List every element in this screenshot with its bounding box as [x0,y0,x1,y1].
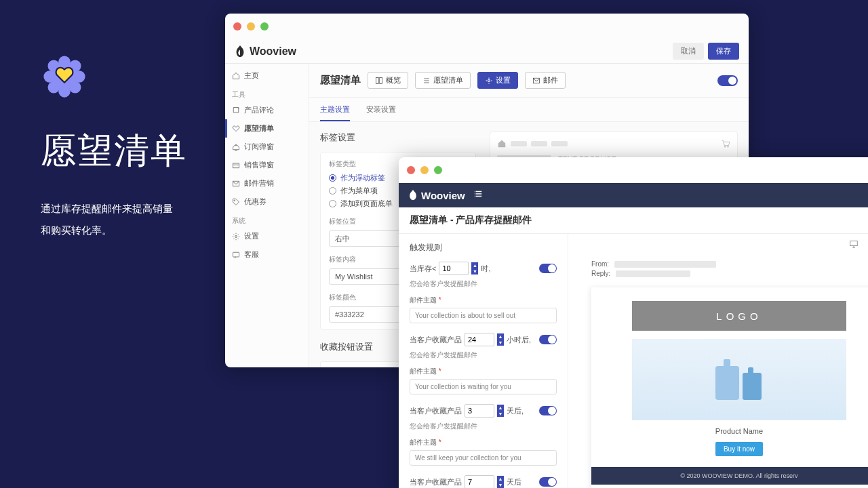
page-title: 愿望清单 [320,74,361,87]
sidebar-item-wishlist[interactable]: 愿望清单 [225,119,309,138]
stock-input[interactable] [439,262,469,275]
save-button[interactable]: 保存 [708,43,739,60]
subject3-label: 邮件主题 * [410,438,557,447]
email-footer: © 2020 WOOVIEW DEMO. All rights reserv [591,467,868,485]
tab-list[interactable]: 愿望清单 [415,72,471,89]
cart-icon [721,139,730,148]
sidebar-item-coupon[interactable]: 优惠券 [225,192,309,211]
breadcrumb: 愿望清单 - 产品库存提醒邮件 [399,207,868,234]
svg-point-19 [728,146,729,148]
sidebar-item-subscribe[interactable]: 订阅弹窗 [225,138,309,156]
sidebar-item-marketing[interactable]: 邮件营销 [225,174,309,192]
subject3-input[interactable] [410,450,557,466]
svg-point-16 [488,79,490,81]
svg-rect-9 [233,163,239,168]
tab-settings[interactable]: 设置 [477,72,518,89]
email-logo: LOGO [716,310,762,322]
rule4-toggle[interactable] [539,477,557,487]
section-tag-settings: 标签设置 [320,131,476,144]
svg-rect-26 [748,367,753,374]
rule3-note: 您会给客户发提醒邮件 [410,422,557,431]
sidebar-item-support[interactable]: 客服 [225,245,309,264]
sidebar-item-home[interactable]: 主页 [225,66,309,85]
svg-rect-20 [850,241,858,246]
svg-point-18 [724,146,726,148]
email-preview: LOGO Product Name Buy it now © 2020 WOOV… [591,287,868,488]
reply-label: Reply: [591,270,610,277]
stock-stepper[interactable]: ▲▼ [471,262,478,274]
maximize-dot-2[interactable] [434,166,442,174]
product-image [632,339,846,420]
days-stepper[interactable]: ▲▼ [497,405,504,417]
subtab-theme[interactable]: 主题设置 [320,104,350,121]
brand-logo: Wooview [235,45,296,58]
subject2-input[interactable] [410,379,557,394]
tab-mail[interactable]: 邮件 [525,72,566,89]
product-name: Product Name [591,427,868,435]
minimize-dot[interactable] [247,22,255,30]
days2-input[interactable] [465,475,494,488]
sidebar-group-tools: 工具 [225,85,309,101]
rule2-note: 您会给客户发提醒邮件 [410,350,557,360]
svg-rect-13 [233,252,239,257]
svg-point-11 [234,200,235,201]
close-dot-2[interactable] [407,166,415,174]
minimize-dot-2[interactable] [420,166,429,174]
desktop-icon[interactable] [849,239,859,249]
svg-rect-24 [743,373,762,400]
sidebar-item-settings[interactable]: 设置 [225,227,309,245]
feature-toggle[interactable] [717,75,738,86]
maximize-dot[interactable] [260,22,269,30]
rule1-note: 您会给客户发提醒邮件 [410,279,557,289]
rule3-toggle[interactable] [539,406,557,415]
subject1-label: 邮件主题 * [410,296,557,305]
close-dot[interactable] [233,22,241,30]
svg-rect-15 [380,77,382,83]
menu-icon[interactable] [473,189,483,201]
svg-rect-10 [233,181,239,186]
sidebar: 主页 工具 产品评论 愿望清单 订阅弹窗 销售弹窗 邮件营销 优惠券 系统 设置… [225,64,309,367]
rules-title: 触发规则 [410,242,557,253]
rule1-toggle[interactable] [539,264,557,273]
svg-point-12 [235,235,237,237]
buy-button[interactable]: Buy it now [715,442,763,456]
cancel-button[interactable]: 取消 [673,43,704,60]
tab-overview[interactable]: 概览 [368,72,408,89]
days-input[interactable] [465,404,494,418]
sidebar-group-system: 系统 [225,211,309,227]
days2-stepper[interactable]: ▲▼ [497,476,504,488]
subject2-label: 邮件主题 * [410,367,557,376]
from-label: From: [591,260,609,268]
subtab-install[interactable]: 安装设置 [366,104,396,121]
svg-rect-25 [724,359,730,369]
hours-stepper[interactable]: ▲▼ [497,333,504,346]
rule2-toggle[interactable] [539,335,557,344]
hero-desc: 通过库存提醒邮件来提高销量和购买转化率。 [41,198,231,241]
email-editor-window: Wooview 愿望清单 - 产品库存提醒邮件 触发规则 当库存< ▲▼ 时, … [399,157,868,488]
home-icon [497,139,507,148]
brand-logo-2: Wooview [408,190,465,201]
subject1-input[interactable] [410,308,557,323]
sidebar-item-sales[interactable]: 销售弹窗 [225,156,309,174]
hero-wishlist-icon [41,53,88,100]
sidebar-item-reviews[interactable]: 产品评论 [225,101,309,119]
svg-rect-17 [534,78,540,83]
svg-rect-23 [715,366,739,400]
svg-rect-14 [376,77,379,83]
hours-input[interactable] [465,333,494,346]
hero-title: 愿望清单 [41,127,231,175]
